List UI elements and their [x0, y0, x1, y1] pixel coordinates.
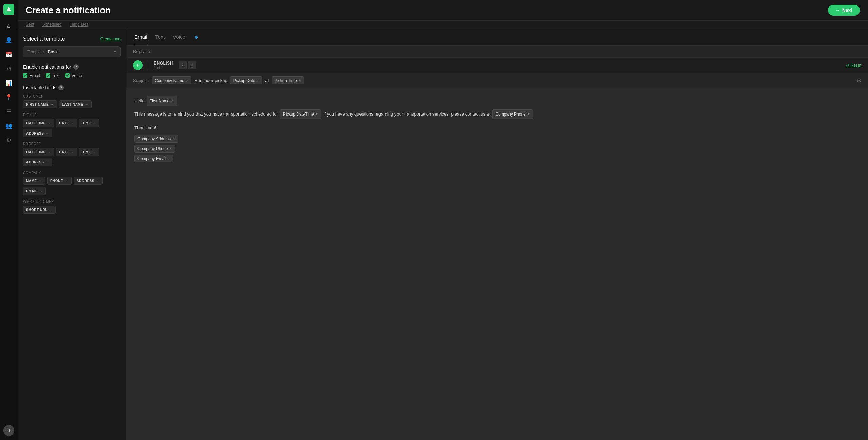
reply-to-label: Reply To: — [133, 49, 151, 54]
field-btn-first-name[interactable]: FIRST NAME → — [23, 100, 57, 108]
add-language-button[interactable]: + — [133, 60, 143, 70]
enable-notifications-title: Enable notifications for ? — [23, 64, 121, 70]
message-line: This message is to remind you that you h… — [134, 109, 860, 119]
pickup-fields: PICKUP DATE TIME → DATE → TIME → — [23, 113, 121, 137]
arrow-icon: → — [92, 150, 96, 154]
field-btn-company-phone[interactable]: PHONE → — [47, 177, 72, 185]
field-btn-dropoff-time[interactable]: TIME → — [79, 148, 99, 156]
subnav-scheduled[interactable]: Scheduled — [42, 22, 62, 29]
subject-clear-button[interactable]: ⊗ — [857, 77, 861, 84]
field-btn-company-address[interactable]: ADDRESS → — [74, 177, 103, 185]
pickup-datetime-chip: Pickup DateTime × — [280, 109, 321, 119]
language-info: ENGLISH 1 of 1 — [154, 61, 173, 70]
dropoff-label: DROPOFF — [23, 142, 121, 146]
nav-icon-history[interactable]: ↺ — [3, 63, 15, 75]
template-label: Template — [27, 50, 44, 54]
reminder-pickup-text: Reminder pickup — [194, 78, 227, 83]
enable-notifications-section: Enable notifications for ? Email Text Vo… — [23, 64, 121, 78]
enable-info-icon[interactable]: ? — [73, 64, 79, 70]
arrow-icon: → — [47, 121, 51, 125]
remove-company-phone-footer-icon[interactable]: × — [169, 146, 172, 151]
thank-you-text: Thank you! — [134, 125, 156, 132]
field-btn-company-email[interactable]: EMAIL → — [23, 187, 46, 195]
remove-pickup-date-icon[interactable]: × — [257, 78, 260, 83]
company-field-buttons: NAME → PHONE → ADDRESS → — [23, 177, 121, 185]
checkbox-email[interactable]: Email — [23, 73, 40, 78]
tab-text[interactable]: Text — [155, 29, 165, 45]
arrow-icon: → — [45, 131, 49, 135]
avatar[interactable]: LF — [3, 425, 14, 436]
next-button[interactable]: → Next — [828, 5, 860, 16]
arrow-icon: → — [39, 189, 43, 193]
chip-text: Company Phone — [495, 111, 525, 118]
arrow-icon: → — [50, 102, 54, 106]
field-btn-pickup-time[interactable]: TIME → — [79, 119, 99, 127]
field-btn-pickup-address[interactable]: ADDRESS → — [23, 129, 52, 137]
remove-first-name-icon[interactable]: × — [171, 98, 174, 105]
arrow-icon: → — [38, 179, 42, 183]
remove-company-phone-icon[interactable]: × — [528, 111, 530, 118]
company-fields: COMPANY NAME → PHONE → ADDRESS → — [23, 171, 121, 195]
nav-icon-calendar[interactable]: 📅 — [3, 48, 15, 60]
lang-next-button[interactable]: › — [188, 61, 196, 69]
footer-chip-email: Company Email × — [134, 155, 860, 162]
field-btn-company-name[interactable]: NAME → — [23, 177, 45, 185]
chip-text: Pickup Date — [233, 78, 255, 83]
remove-company-email-icon[interactable]: × — [168, 156, 171, 161]
field-btn-dropoff-datetime[interactable]: DATE TIME → — [23, 148, 54, 156]
reset-link[interactable]: ↺ Reset — [846, 63, 861, 68]
first-name-chip: First Name × — [147, 96, 177, 106]
nav-icon-location[interactable]: 📍 — [3, 91, 15, 103]
field-btn-dropoff-date[interactable]: DATE → — [56, 148, 77, 156]
remove-company-name-icon[interactable]: × — [186, 78, 189, 83]
nav-icon-team[interactable]: 👥 — [3, 120, 15, 132]
checkbox-voice[interactable]: Voice — [65, 73, 82, 78]
field-btn-pickup-datetime[interactable]: DATE TIME → — [23, 119, 54, 127]
thank-you-line: Thank you! — [134, 125, 860, 132]
tab-email[interactable]: Email — [134, 29, 147, 45]
subject-chip-pickup-time: Pickup Time × — [272, 76, 304, 84]
app-logo — [3, 4, 14, 15]
field-btn-pickup-date[interactable]: DATE → — [56, 119, 77, 127]
checkbox-text[interactable]: Text — [46, 73, 60, 78]
remove-pickup-time-icon[interactable]: × — [298, 78, 301, 83]
remove-company-address-icon[interactable]: × — [172, 136, 175, 141]
reply-to-input[interactable] — [155, 49, 861, 54]
message-prefix: This message is to remind you that you h… — [134, 111, 278, 118]
channel-tabs: Email Text Voice — [126, 29, 868, 46]
next-label: Next — [842, 7, 852, 13]
editor-panel: Email Text Voice Reply To: + ENGLISH 1 o… — [126, 29, 868, 440]
hello-line: Hello First Name × — [134, 96, 860, 106]
nav-icon-list[interactable]: ☰ — [3, 105, 15, 118]
content-area: Select a template Create one Template Ba… — [18, 29, 868, 440]
create-one-link[interactable]: Create one — [100, 37, 121, 41]
lang-prev-button[interactable]: ‹ — [179, 61, 187, 69]
chip-text: First Name — [150, 98, 170, 104]
footer-chips: Company Address × Company Phone × — [134, 135, 860, 162]
field-btn-dropoff-address[interactable]: ADDRESS → — [23, 158, 52, 166]
footer-chip-address: Company Address × — [134, 135, 860, 143]
chip-text: Company Address — [137, 137, 171, 141]
tab-voice[interactable]: Voice — [173, 29, 185, 45]
reply-to-bar: Reply To: — [126, 46, 868, 58]
arrow-icon: → — [96, 179, 100, 183]
nav-icon-settings[interactable]: ⚙ — [3, 134, 15, 146]
subject-bar: Subject: Company Name × Reminder pickup … — [126, 73, 868, 88]
field-btn-short-url[interactable]: SHORT URL → — [23, 206, 56, 214]
nav-icon-chart[interactable]: 📊 — [3, 77, 15, 89]
insertable-info-icon[interactable]: ? — [58, 85, 64, 90]
subnav-sent[interactable]: Sent — [26, 22, 34, 29]
subnav-templates[interactable]: Templates — [70, 22, 88, 29]
sidebar: Select a template Create one Template Ba… — [18, 29, 126, 440]
template-dropdown[interactable]: Template Basic ▾ — [23, 46, 121, 57]
page-title: Create a notification — [26, 5, 111, 16]
nav-icon-contacts[interactable]: 👤 — [3, 34, 15, 46]
dropoff-fields: DROPOFF DATE TIME → DATE → TIME → — [23, 142, 121, 166]
remove-pickup-datetime-icon[interactable]: × — [316, 111, 318, 118]
field-btn-last-name[interactable]: LAST NAME → — [59, 100, 92, 108]
email-body: Hello First Name × This message is to re… — [126, 88, 868, 440]
nav-icon-home[interactable]: ⌂ — [3, 20, 15, 32]
arrow-icon: → — [49, 208, 53, 212]
email-content: Hello First Name × This message is to re… — [134, 96, 860, 162]
select-template-label: Select a template — [23, 36, 65, 42]
